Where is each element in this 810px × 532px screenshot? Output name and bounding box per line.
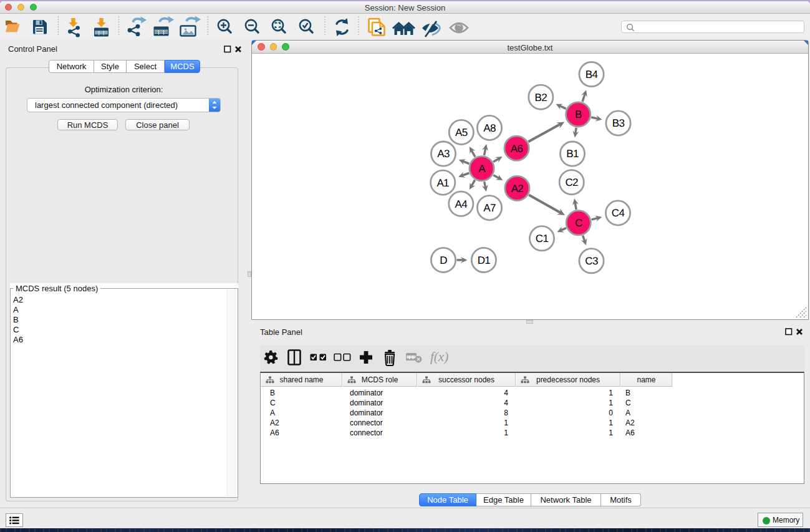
svg-text:A: A — [478, 163, 486, 175]
svg-text:A3: A3 — [437, 148, 450, 160]
svg-text:A5: A5 — [455, 127, 468, 138]
svg-text:B2: B2 — [535, 92, 547, 104]
svg-text:A1: A1 — [436, 177, 449, 189]
svg-text:A4: A4 — [455, 198, 468, 210]
svg-text:A2: A2 — [511, 183, 524, 195]
svg-text:A6: A6 — [511, 143, 523, 155]
svg-text:B3: B3 — [612, 117, 625, 129]
svg-text:B1: B1 — [566, 148, 579, 160]
svg-text:B4: B4 — [586, 69, 598, 80]
svg-text:A8: A8 — [483, 122, 496, 134]
svg-text:C2: C2 — [566, 177, 579, 188]
svg-text:C3: C3 — [585, 255, 598, 267]
svg-text:D: D — [440, 254, 447, 266]
svg-text:B: B — [575, 109, 582, 120]
svg-text:C4: C4 — [612, 207, 625, 219]
svg-text:A7: A7 — [483, 202, 496, 214]
svg-text:D1: D1 — [478, 254, 491, 266]
svg-text:C: C — [575, 217, 582, 229]
svg-text:C1: C1 — [536, 233, 549, 244]
